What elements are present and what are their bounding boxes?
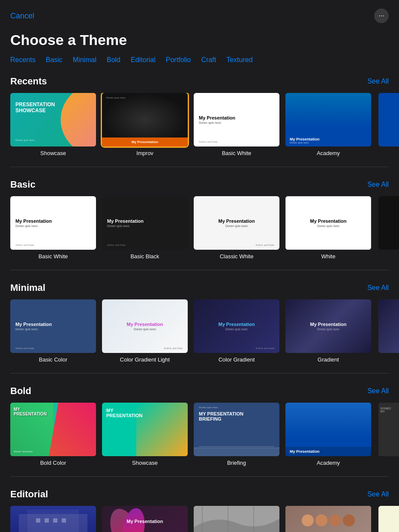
briefing-preview: Donec quis nunc MY PRESENTATIONBriefing: [194, 403, 279, 456]
editorial-bridge: [194, 506, 279, 532]
bc-author: Author and Date: [15, 347, 34, 350]
category-nav: Recents Basic Minimal Bold Editorial Por…: [0, 56, 399, 72]
briefing-bottom: [194, 448, 279, 456]
divider-basic-minimal: [10, 270, 389, 270]
theme-card-partial-1[interactable]: [377, 93, 399, 156]
more-options-button[interactable]: ···: [374, 9, 389, 23]
cw-title: My Presentation: [199, 218, 274, 224]
theme-card-partial-3[interactable]: [377, 299, 399, 363]
tab-basic[interactable]: Basic: [46, 56, 63, 64]
tab-bold[interactable]: Bold: [107, 56, 120, 64]
partial-thumb-2: [378, 196, 399, 250]
theme-card-editorial-blue[interactable]: My Presentation Donec quis nunc My Prese…: [10, 506, 96, 532]
theme-card-basic-white[interactable]: My Presentation Donec quis nunc Author a…: [10, 196, 96, 260]
editorial-see-all[interactable]: See All: [367, 490, 389, 498]
showcase-preview: PRESENTATIONShowcase Donec quis nunc: [10, 93, 96, 146]
theme-label-basic-black: Basic Black: [130, 253, 159, 260]
tab-editorial[interactable]: Editorial: [131, 56, 156, 64]
bold-see-all[interactable]: See All: [367, 387, 389, 395]
theme-card-color-gradient[interactable]: My Presentation Donec quis nunc Author a…: [194, 299, 279, 363]
theme-thumb-improv: Donec quis nunc My Presentation: [102, 93, 188, 146]
editorial-blue-preview: My Presentation Donec quis nunc: [10, 506, 96, 532]
editorial-dark-title: My Presentation: [106, 519, 183, 524]
theme-card-editorial-kids[interactable]: My Presentation Donec quis nunc My Prese…: [285, 506, 371, 532]
theme-card-white[interactable]: My Presentation Donec quis nunc White: [285, 196, 371, 260]
cancel-button[interactable]: Cancel: [10, 12, 34, 21]
bw2-title: My Presentation: [15, 218, 91, 224]
theme-label-bold-academy: Academy: [317, 460, 340, 466]
bridge-svg: [194, 506, 279, 532]
theme-card-partial-5[interactable]: [377, 506, 399, 532]
theme-card-partial-4[interactable]: DONECMY: [377, 403, 399, 466]
academy-bottom: My Presentation Donec quis nunc: [285, 134, 371, 146]
theme-card-bold-color[interactable]: MYPRESENTATION Winter Semester Bold Colo…: [10, 403, 96, 466]
section-minimal-header: Minimal See All: [0, 279, 399, 299]
editorial-row: My Presentation Donec quis nunc My Prese…: [0, 506, 399, 532]
bw-sub: Donec quis nunc: [199, 121, 274, 124]
theme-card-partial-2[interactable]: [377, 196, 399, 260]
briefing-title: MY PRESENTATIONBriefing: [199, 411, 243, 421]
theme-thumb-bold-color: MYPRESENTATION Winter Semester: [10, 403, 96, 456]
theme-card-showcase[interactable]: PRESENTATIONShowcase Donec quis nunc Sho…: [10, 93, 96, 156]
theme-card-briefing[interactable]: Donec quis nunc MY PRESENTATIONBriefing …: [194, 403, 279, 466]
more-icon: ···: [378, 12, 384, 20]
cgl-author: Author and Date: [164, 347, 183, 350]
bc-title: My Presentation: [15, 322, 91, 327]
editorial-kids-area: [285, 506, 371, 532]
recents-see-all[interactable]: See All: [367, 78, 389, 85]
bold-academy-preview: My Presentation: [285, 403, 371, 456]
section-editorial: Editorial See All: [0, 485, 399, 532]
section-recents: Recents See All PRESENTATIONShowcase Don…: [0, 72, 399, 167]
bold-academy-title: My Presentation: [290, 449, 367, 454]
minimal-see-all[interactable]: See All: [367, 284, 389, 292]
theme-thumb-gradient: My Presentation Donec quis nunc: [285, 299, 371, 353]
showcase-pres-text: PRESENTATIONShowcase: [15, 102, 55, 114]
tab-minimal[interactable]: Minimal: [73, 56, 96, 64]
theme-card-editorial-bw[interactable]: My Presentation Lorem ipsum dolor My Pre…: [194, 506, 279, 532]
section-basic-header: Basic See All: [0, 176, 399, 196]
bold-person-right: [49, 403, 96, 456]
theme-card-bold-academy[interactable]: My Presentation Academy: [285, 403, 371, 466]
bold-sub: Winter Semester: [14, 450, 33, 453]
cg-sub: Donec quis nunc: [199, 328, 274, 331]
tab-craft[interactable]: Craft: [201, 56, 216, 64]
bold-row: MYPRESENTATION Winter Semester Bold Colo…: [0, 403, 399, 466]
theme-card-basic-color[interactable]: My Presentation Donec quis nunc Author a…: [10, 299, 96, 363]
cgl-sub: Donec quis nunc: [107, 328, 183, 331]
theme-card-academy-recent[interactable]: My Presentation Donec quis nunc Academy: [285, 93, 371, 156]
theme-thumb-showcase: PRESENTATIONShowcase Donec quis nunc: [10, 93, 96, 146]
theme-label-color-gradient: Color Gradient: [219, 356, 255, 363]
theme-label-briefing: Briefing: [227, 460, 246, 466]
section-recents-title: Recents: [10, 76, 47, 87]
cw-author: Author and Date: [255, 244, 274, 246]
header: Cancel ···: [0, 0, 399, 27]
basic-see-all[interactable]: See All: [367, 181, 389, 188]
improv-top-label: Donec quis nunc: [106, 96, 126, 99]
theme-card-editorial-dark[interactable]: My Presentation My Presentation: [102, 506, 188, 532]
briefing-top: Donec quis nunc: [199, 406, 218, 409]
g-title: My Presentation: [291, 322, 366, 327]
showcase-sub: Donec quis nunc: [15, 139, 35, 141]
theme-thumb-basic-black: My Presentation Donec quis nunc author a…: [102, 196, 188, 250]
bold-academy-bottom: My Presentation: [285, 447, 371, 456]
theme-card-gradient[interactable]: My Presentation Donec quis nunc Gradient: [285, 299, 371, 363]
divider-recents-basic: [10, 167, 389, 167]
bw-title: My Presentation: [199, 115, 274, 120]
theme-label-basic-white: Basic White: [39, 253, 68, 260]
theme-card-color-gradient-light[interactable]: My Presentation Donec quis nunc Author a…: [102, 299, 188, 363]
tab-recents[interactable]: Recents: [10, 56, 36, 64]
academy-sub: Donec quis nunc: [290, 141, 367, 144]
theme-label-white: White: [321, 253, 335, 260]
theme-card-bold-showcase[interactable]: MYPRESENTATION Showcase: [102, 403, 188, 466]
building-svg: [10, 506, 96, 532]
bold-color-preview: MYPRESENTATION Winter Semester: [10, 403, 96, 456]
theme-thumb-editorial-blue: My Presentation Donec quis nunc: [10, 506, 96, 532]
theme-card-basic-white-recent[interactable]: My Presentation Donec quis nunc Author a…: [194, 93, 279, 156]
theme-label-academy-recent: Academy: [317, 150, 340, 156]
theme-card-improv[interactable]: Donec quis nunc My Presentation Improv: [102, 93, 188, 156]
theme-card-basic-black[interactable]: My Presentation Donec quis nunc author a…: [102, 196, 188, 260]
tab-portfolio[interactable]: Portfolio: [166, 56, 191, 64]
theme-thumb-editorial-kids: My Presentation Donec quis nunc: [285, 506, 371, 532]
tab-textured[interactable]: Textured: [226, 56, 252, 64]
theme-card-classic-white[interactable]: My Presentation Donec quis nunc Author a…: [194, 196, 279, 260]
